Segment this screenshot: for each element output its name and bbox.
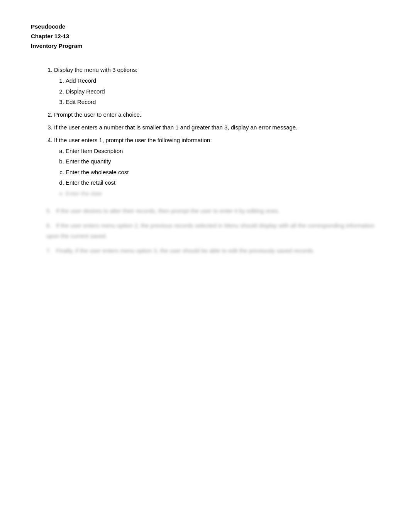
blurred-item-5: 5. If the user desires to alter their re… [46,206,379,216]
blurred-item-5-text: If the user desires to alter their recor… [56,207,280,214]
list-item-3-text: If the user enters a number that is smal… [54,124,297,131]
blurred-item-7-text: Finally, if the user enters menu option … [56,247,315,254]
sub-item-1-1: Add Record [66,76,379,86]
sub-item-1-2-text: Display Record [66,88,105,95]
sub-item-1-2: Display Record [66,87,379,97]
pseudocode-label: Pseudocode [31,23,379,30]
sub-item-4-d-text: Enter the retail cost [66,179,115,186]
page-title: Inventory Program [31,42,379,49]
list-item-1: Display the menu with 3 options: Add Rec… [54,65,379,107]
chapter-label: Chapter 12-13 [31,33,379,39]
list-item-4-text: If the user enters 1, prompt the user th… [54,137,212,143]
sub-item-4-c-text: Enter the wholesale cost [66,169,129,175]
sub-list-4: Enter Item Description Enter the quantit… [54,146,379,199]
sub-item-4-a: Enter Item Description [66,146,379,156]
blurred-item-7: 7. Finally, if the user enters menu opti… [46,246,379,256]
list-item-4: If the user enters 1, prompt the user th… [54,135,379,199]
sub-item-1-3-text: Edit Record [66,99,96,105]
sub-item-4-a-text: Enter Item Description [66,148,123,154]
list-item-2-text: Prompt the user to enter a choice. [54,111,141,118]
sub-item-1-1-text: Add Record [66,77,96,84]
main-ordered-list: Display the menu with 3 options: Add Rec… [46,65,379,198]
sub-item-4-d: Enter the retail cost [66,178,379,188]
list-item-3: If the user enters a number that is smal… [54,122,379,133]
blurred-item-6-text: If the user enters menu option 2, the pr… [46,222,374,239]
main-content: Display the menu with 3 options: Add Rec… [31,65,379,256]
sub-item-4-b-text: Enter the quantity [66,158,111,165]
sub-item-4-e-text: Enter the date [66,190,102,197]
header-section: Pseudocode Chapter 12-13 Inventory Progr… [31,23,379,49]
blurred-item-6: 6. If the user enters menu option 2, the… [46,221,379,241]
list-item-1-text: Display the menu with 3 options: [54,66,137,73]
sub-list-1: Add Record Display Record Edit Record [54,76,379,107]
sub-item-4-e: Enter the date [66,189,379,199]
blurred-section: 5. If the user desires to alter their re… [46,206,379,256]
sub-item-1-3: Edit Record [66,97,379,107]
sub-item-4-c: Enter the wholesale cost [66,167,379,177]
sub-item-4-b: Enter the quantity [66,156,379,167]
list-item-2: Prompt the user to enter a choice. [54,109,379,120]
